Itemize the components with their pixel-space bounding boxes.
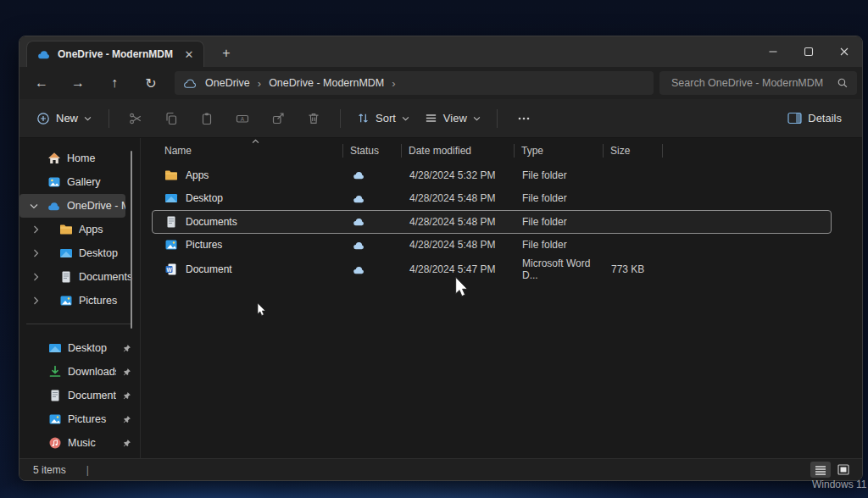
status-bar: 5 items | <box>19 458 862 480</box>
column-header-type[interactable]: Type <box>515 138 604 163</box>
sidebar-item-pictures-pinned[interactable]: Pictures <box>19 407 140 431</box>
search-input[interactable] <box>671 77 837 89</box>
file-row-documents[interactable]: Documents 4/28/2024 5:48 PM File folder <box>152 210 832 234</box>
view-icon <box>425 112 437 125</box>
desktop-icon <box>59 246 73 260</box>
view-button[interactable]: View <box>417 107 488 130</box>
new-button[interactable]: New <box>28 107 100 130</box>
paste-button[interactable] <box>191 105 223 132</box>
mouse-cursor-large <box>454 276 469 298</box>
desktop-background: OneDrive - ModernMDM ✕ + ← → ↑ ↻ <box>0 0 868 498</box>
copy-button[interactable] <box>155 105 187 132</box>
sidebar-item-label: Home <box>67 152 140 164</box>
file-type: File folder <box>515 169 604 181</box>
chevron-down-icon <box>84 116 92 121</box>
file-row-pictures[interactable]: Pictures 4/28/2024 5:48 PM File folder <box>152 234 832 257</box>
cut-button[interactable] <box>120 105 152 132</box>
breadcrumb-root[interactable]: OneDrive <box>205 77 250 89</box>
forward-button[interactable]: → <box>64 70 92 96</box>
details-pane-button[interactable]: Details <box>779 107 850 130</box>
location-cloud-icon <box>183 78 198 88</box>
file-date: 4/28/2024 5:48 PM <box>403 239 515 251</box>
pictures-icon <box>164 238 178 252</box>
new-tab-button[interactable]: + <box>216 43 236 64</box>
minimize-button[interactable] <box>755 36 791 67</box>
sidebar-item-documents[interactable]: Documents <box>19 265 140 289</box>
tab-onedrive[interactable]: OneDrive - ModernMDM ✕ <box>26 41 204 67</box>
pin-icon <box>122 439 131 448</box>
sidebar-item-label: Downloads <box>68 366 116 378</box>
more-options-button[interactable] <box>508 105 540 132</box>
tab-title: OneDrive - ModernMDM <box>58 48 175 60</box>
sidebar-item-label: Desktop <box>68 342 116 354</box>
onedrive-cloud-icon <box>37 49 51 59</box>
tab-close-icon[interactable]: ✕ <box>181 47 197 62</box>
share-icon <box>271 112 285 125</box>
file-row-apps[interactable]: Apps 4/28/2024 5:32 PM File folder <box>152 163 832 187</box>
search-box[interactable] <box>659 71 857 95</box>
file-size: 773 KB <box>604 263 664 275</box>
sidebar-item-desktop-pinned[interactable]: Desktop <box>19 336 140 360</box>
cloud-status-icon <box>353 217 365 226</box>
file-row-desktop[interactable]: Desktop 4/28/2024 5:48 PM File folder <box>152 187 832 211</box>
tab-bar: OneDrive - ModernMDM ✕ + <box>19 36 862 67</box>
sidebar-item-downloads-pinned[interactable]: Downloads <box>19 360 140 384</box>
details-view-toggle[interactable] <box>810 462 831 478</box>
large-icons-view-icon <box>837 464 849 475</box>
sidebar-item-music-pinned[interactable]: Music <box>19 431 140 455</box>
sidebar-item-label: Music <box>68 437 116 449</box>
status-bar-divider: | <box>86 464 89 476</box>
maximize-button[interactable] <box>791 36 826 67</box>
file-type: File folder <box>515 216 604 228</box>
file-type: Microsoft Word D... <box>515 257 604 281</box>
up-button[interactable]: ↑ <box>100 70 129 96</box>
documents-icon <box>48 389 62 402</box>
column-header-date-modified[interactable]: Date modified <box>402 138 515 163</box>
up-icon: ↑ <box>111 75 118 91</box>
breadcrumb-separator-icon: › <box>392 77 395 90</box>
new-plus-icon <box>36 112 50 125</box>
rename-button[interactable]: A <box>226 105 259 132</box>
details-pane-icon <box>787 112 802 125</box>
view-button-label: View <box>443 112 467 125</box>
delete-button[interactable] <box>298 105 330 132</box>
paste-icon <box>200 112 214 125</box>
file-name: Apps <box>186 169 209 181</box>
breadcrumb[interactable]: OneDrive › OneDrive - ModernMDM › <box>175 71 654 95</box>
sidebar-item-gallery[interactable]: Gallery <box>19 170 140 194</box>
sidebar-item-label: Pictures <box>68 413 116 425</box>
minimize-icon <box>767 46 779 58</box>
delete-icon <box>307 112 320 125</box>
column-header-name[interactable]: Name <box>152 138 343 163</box>
sidebar-scrollbar[interactable] <box>131 151 132 329</box>
svg-text:W: W <box>166 267 172 273</box>
desktop-icon <box>48 341 62 355</box>
sidebar-item-home[interactable]: Home <box>19 147 140 170</box>
column-header-size[interactable]: Size <box>604 138 663 163</box>
refresh-button[interactable]: ↻ <box>136 70 165 96</box>
sort-button[interactable]: Sort <box>349 107 417 130</box>
sidebar-item-desktop[interactable]: Desktop <box>19 241 140 265</box>
folder-icon <box>59 223 73 236</box>
share-button[interactable] <box>262 105 294 132</box>
file-name: Desktop <box>186 192 223 204</box>
large-icons-view-toggle[interactable] <box>833 462 854 478</box>
sidebar-item-documents-pinned[interactable]: Documents <box>19 384 140 407</box>
file-date: 4/28/2024 5:48 PM <box>403 192 515 204</box>
pictures-icon <box>59 294 73 307</box>
sidebar-item-onedrive[interactable]: OneDrive - Mod <box>19 194 125 218</box>
sort-button-label: Sort <box>376 112 396 125</box>
breadcrumb-current[interactable]: OneDrive - ModernMDM <box>269 77 384 89</box>
file-row-document[interactable]: WDocument 4/28/2024 5:47 PM Microsoft Wo… <box>152 257 832 280</box>
file-name: Pictures <box>186 239 222 251</box>
search-icon <box>837 77 849 89</box>
items-count: 5 items <box>33 464 66 476</box>
close-button[interactable] <box>826 36 862 67</box>
back-button[interactable]: ← <box>27 70 56 96</box>
sidebar-item-pictures[interactable]: Pictures <box>19 289 140 313</box>
breadcrumb-separator-icon: › <box>258 77 261 90</box>
sidebar-item-label: OneDrive - Mod <box>67 200 125 212</box>
cloud-status-icon <box>353 265 365 274</box>
sidebar-item-apps[interactable]: Apps <box>19 218 140 241</box>
column-header-status[interactable]: Status <box>343 138 402 163</box>
